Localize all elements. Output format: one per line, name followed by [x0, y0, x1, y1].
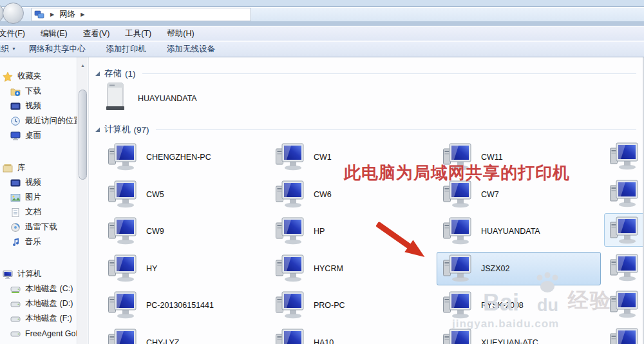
- menu-bar: 文件(F)编辑(E)查看(V)工具(T)帮助(H): [0, 27, 644, 41]
- desktop-icon: [10, 131, 21, 141]
- menu-item[interactable]: 编辑(E): [33, 28, 75, 39]
- sidebar-section-1[interactable]: 库: [0, 160, 77, 175]
- documents-icon: [10, 207, 21, 218]
- toolbar-buttons: 网络和共享中心添加打印机添加无线设备: [19, 44, 225, 55]
- group-title: 计算机: [104, 124, 131, 135]
- storage-icon: [104, 82, 128, 115]
- organize-button[interactable]: 组织▼: [0, 44, 19, 55]
- breadcrumb-arrow-icon: ▶: [79, 12, 86, 17]
- computer-item[interactable]: CW5: [102, 178, 266, 211]
- computer-icon: [275, 254, 305, 283]
- group-line: [142, 73, 637, 74]
- computer-item[interactable]: HUAYUANDATA: [437, 215, 601, 248]
- sidebar-item[interactable]: 迅雷下载: [0, 220, 77, 234]
- pictures-icon: [10, 193, 21, 203]
- video-icon: [10, 101, 21, 111]
- group-header-storage[interactable]: 存储 (1): [95, 68, 636, 79]
- computer-item[interactable]: [609, 291, 639, 319]
- sidebar-item[interactable]: 视频: [0, 99, 77, 113]
- chevron-down-icon: ▼: [12, 46, 16, 51]
- sidebar-item[interactable]: 最近访问的位置: [0, 113, 77, 128]
- computer-icon: [275, 217, 305, 245]
- computer-item[interactable]: HA10: [269, 326, 433, 344]
- computer-item[interactable]: PC-201306151441: [102, 289, 266, 322]
- collapse-triangle-icon: [95, 72, 100, 76]
- video-icon: [10, 178, 21, 188]
- menu-item[interactable]: 查看(V): [75, 28, 118, 39]
- sidebar-item[interactable]: 下载: [0, 84, 77, 99]
- music-icon: [10, 237, 21, 247]
- computer-item[interactable]: CHENGZHEN-PC: [102, 140, 266, 174]
- system-disk-icon: [10, 284, 21, 294]
- scrollbar-thumb[interactable]: [79, 90, 87, 180]
- navigation-pane: 收藏夹 下载 视频 最近访问的位置 桌面 库 视频 图片 文档 迅雷下载 音乐 …: [0, 57, 77, 344]
- computer-item[interactable]: CW9: [102, 215, 266, 248]
- computer-item[interactable]: RYSK-2008: [437, 289, 601, 322]
- storage-item[interactable]: HUAYUANDATA: [104, 82, 197, 115]
- thunder-icon: [10, 222, 21, 233]
- sidebar-item[interactable]: 视频: [0, 175, 77, 190]
- toolbar-button[interactable]: 添加无线设备: [156, 44, 225, 55]
- computer-icon: [3, 269, 13, 280]
- forward-button[interactable]: [3, 3, 24, 24]
- sidebar-gap: [0, 249, 77, 267]
- breadcrumb-arrow-icon: ▶: [49, 12, 55, 17]
- window-body: 收藏夹 下载 视频 最近访问的位置 桌面 库 视频 图片 文档 迅雷下载 音乐 …: [0, 57, 644, 344]
- sidebar-item[interactable]: 桌面: [0, 128, 77, 143]
- download-icon: [10, 86, 21, 97]
- sidebar-item[interactable]: 本地磁盘 (D:): [0, 296, 77, 311]
- computer-icon: [275, 143, 305, 171]
- computer-icon: [108, 217, 137, 245]
- computer-item[interactable]: [609, 328, 639, 344]
- sidebar-section-0[interactable]: 收藏夹: [0, 69, 77, 84]
- menu-item[interactable]: 文件(F): [0, 28, 33, 39]
- computer-item[interactable]: [609, 254, 639, 282]
- group-count: (97): [134, 125, 149, 135]
- recent-places-icon: [10, 116, 21, 126]
- sidebar-section-2[interactable]: 计算机: [0, 267, 77, 282]
- group-title: 存储: [104, 68, 122, 79]
- computer-icon: [442, 217, 472, 245]
- sidebar-gap: [0, 143, 77, 160]
- explorer-window: ▶ 网络 ▶ 文件(F)编辑(E)查看(V)工具(T)帮助(H) 组织▼ 网络和…: [0, 0, 644, 344]
- toolbar-button[interactable]: 添加打印机: [95, 44, 156, 55]
- breadcrumb[interactable]: 网络: [55, 9, 79, 20]
- computer-icon: [442, 329, 472, 344]
- computer-icon: [108, 254, 137, 283]
- menu-item[interactable]: 工具(T): [117, 28, 159, 39]
- computer-icon: [108, 291, 137, 320]
- computer-item[interactable]: XUEYUAN-ATC: [437, 326, 601, 344]
- computer-icon: [275, 291, 305, 320]
- sidebar-item[interactable]: 音乐: [0, 234, 77, 249]
- annotation-arrow-icon: [371, 217, 442, 272]
- computer-item[interactable]: JSZX02: [437, 252, 601, 285]
- network-icon: [34, 10, 44, 20]
- items-view: 存储 (1) HUAYUANDATA 计算机 (97) CHENGZHEN-PC…: [88, 57, 644, 344]
- computer-item[interactable]: [609, 216, 639, 245]
- computer-item[interactable]: CHY-LYZ: [102, 326, 266, 344]
- computer-item[interactable]: [609, 142, 639, 171]
- sidebar-item[interactable]: 文档: [0, 205, 77, 220]
- library-icon: [3, 163, 13, 173]
- sidebar-item[interactable]: FreeAgent GoFl: [0, 326, 77, 341]
- toolbar-button[interactable]: 网络和共享中心: [19, 44, 96, 55]
- computer-item[interactable]: PRO-PC: [269, 289, 433, 322]
- scroll-up-icon[interactable]: ▲: [78, 60, 88, 70]
- sidebar-item[interactable]: 本地磁盘 (C:): [0, 282, 77, 296]
- disk-icon: [10, 314, 21, 324]
- computer-icon: [275, 329, 305, 344]
- command-toolbar: 组织▼ 网络和共享中心添加打印机添加无线设备: [0, 42, 644, 57]
- star-icon: [3, 72, 13, 82]
- computer-item[interactable]: [609, 180, 639, 208]
- sidebar-scrollbar[interactable]: ▲: [77, 57, 88, 344]
- computer-icon: [275, 180, 305, 209]
- computer-item[interactable]: HY: [102, 252, 266, 285]
- sidebar-item[interactable]: 图片: [0, 190, 77, 205]
- sidebar-item[interactable]: 本地磁盘 (F:): [0, 311, 77, 326]
- menu-item[interactable]: 帮助(H): [159, 28, 202, 39]
- group-count: (1): [125, 69, 136, 79]
- address-bar[interactable]: ▶ 网络 ▶: [31, 8, 251, 21]
- computer-icon: [442, 291, 472, 320]
- computer-icon: [108, 143, 137, 171]
- group-header-computers[interactable]: 计算机 (97): [95, 124, 636, 135]
